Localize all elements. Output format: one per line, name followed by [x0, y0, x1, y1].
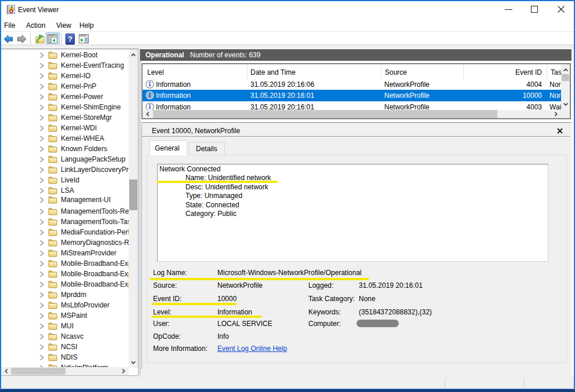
svg-text:?: ?: [68, 35, 72, 43]
